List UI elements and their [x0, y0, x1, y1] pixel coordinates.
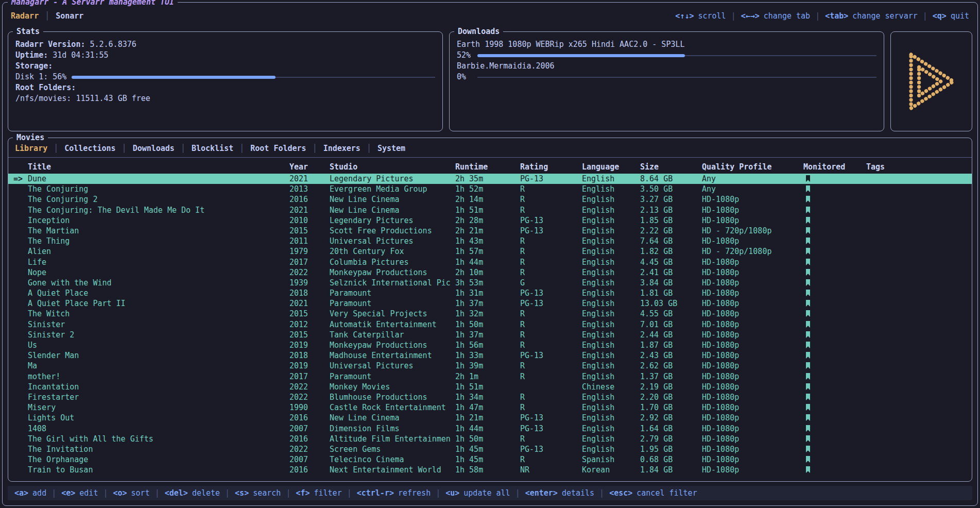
movie-row[interactable]: Life 2017 Columbia Pictures 1h 44m R Eng…	[8, 257, 972, 267]
movie-size: 2.92 GB	[640, 413, 702, 423]
movie-year: 2019	[289, 340, 330, 350]
movie-studio: Next Entertainment World	[330, 465, 455, 475]
movie-row[interactable]: The Orphanage 2007 Telecinco Cinema 1h 4…	[8, 454, 972, 465]
movie-row[interactable]: Lights Out 2016 New Line Cinema 1h 21m P…	[8, 413, 972, 423]
movie-row[interactable]: Slender Man 2018 Madhouse Entertainment …	[8, 350, 972, 361]
movie-rating: R	[520, 340, 582, 350]
movie-row[interactable]: Alien 1979 20th Century Fox 1h 57m R Eng…	[8, 246, 972, 257]
movie-language: English	[582, 257, 640, 267]
movie-studio: Universal Pictures	[330, 361, 455, 371]
movie-row[interactable]: A Quiet Place 2018 Paramount 1h 31m PG-1…	[8, 288, 972, 298]
column-header: Rating	[520, 160, 582, 174]
monitored-cell	[803, 174, 866, 184]
servarr-tab[interactable]: Radarr	[11, 11, 39, 21]
movie-language: English	[582, 434, 640, 444]
movie-row[interactable]: Gone with the Wind 1939 Selznick Interna…	[8, 278, 972, 288]
movie-language: English	[582, 215, 640, 226]
download-name: Earth 1998 1080p WEBRip x265 Hindi AAC2.…	[457, 39, 876, 50]
movie-row[interactable]: The Conjuring: The Devil Made Me Do It 2…	[8, 205, 972, 215]
download-progress-gauge	[477, 50, 876, 61]
movie-row[interactable]: Sinister 2012 Automatik Entertainment 1h…	[8, 319, 972, 330]
movie-row[interactable]: Misery 1990 Castle Rock Entertainment 1h…	[8, 402, 972, 413]
monitored-cell	[803, 454, 866, 465]
movie-rating: PG-13	[520, 174, 582, 184]
movie-row[interactable]: The Conjuring 2 2016 New Line Cinema 2h …	[8, 194, 972, 205]
movie-year: 2015	[289, 226, 330, 236]
movie-row[interactable]: Us 2019 Monkeypaw Productions 1h 56m R E…	[8, 340, 972, 350]
movie-row[interactable]: Ma 2019 Universal Pictures 1h 39m R Engl…	[8, 361, 972, 371]
bookmark-icon	[805, 435, 811, 442]
movies-tab[interactable]: Blocklist	[175, 144, 233, 153]
movie-row[interactable]: The Girl with All the Gifts 2016 Altitud…	[8, 434, 972, 444]
movie-row[interactable]: Firestarter 2022 Blumhouse Productions 1…	[8, 392, 972, 402]
movies-tab[interactable]: Library	[15, 144, 47, 153]
movie-size: 2.62 GB	[640, 361, 702, 371]
movie-row[interactable]: The Thing 2011 Universal Pictures 1h 43m…	[8, 236, 972, 246]
movie-row[interactable]: 1408 2007 Dimension Films 1h 44m PG-13 E…	[8, 424, 972, 434]
monitored-cell	[803, 330, 866, 340]
movie-language: English	[582, 174, 640, 184]
movie-rating: R	[520, 454, 582, 465]
movie-title: Dune	[28, 174, 289, 184]
table-header: TitleYearStudioRuntimeRatingLanguageSize…	[8, 160, 972, 174]
bookmark-icon	[805, 248, 811, 255]
keybind-key: <del>	[165, 488, 188, 498]
app-title: Managarr - A Servarr management TUI	[8, 0, 178, 7]
movie-row[interactable]: The Conjuring 2013 Evergreen Media Group…	[8, 184, 972, 194]
movie-row[interactable]: Sinister 2 2015 Tank Caterpillar 1h 37m …	[8, 330, 972, 340]
movie-row[interactable]: The Martian 2015 Scott Free Productions …	[8, 226, 972, 236]
movie-language: English	[582, 226, 640, 236]
movie-row[interactable]: Incantation 2022 Monkey Movies 1h 51m Ch…	[8, 382, 972, 392]
movie-rating: PG-13	[520, 350, 582, 361]
movie-row[interactable]: A Quiet Place Part II 2021 Paramount 1h …	[8, 298, 972, 309]
bookmark-icon	[805, 362, 811, 369]
movies-tab[interactable]: Indexers	[306, 144, 360, 153]
download-item: Earth 1998 1080p WEBRip x265 Hindi AAC2.…	[457, 39, 876, 61]
column-header: Runtime	[455, 160, 520, 174]
movie-quality-profile: HD-1080p	[702, 434, 803, 444]
movie-language: English	[582, 444, 640, 454]
movie-language: English	[582, 288, 640, 298]
movie-runtime: 1h 44m	[455, 424, 520, 434]
movie-runtime: 2h 35m	[455, 174, 520, 184]
movie-title: Slender Man	[28, 350, 289, 361]
movie-size: 2.13 GB	[640, 205, 702, 215]
movie-row[interactable]: Nope 2022 Monkeypaw Productions 2h 10m R…	[8, 267, 972, 278]
servarr-tab[interactable]: Sonarr	[39, 11, 83, 21]
movie-year: 2019	[289, 361, 330, 371]
column-header: Language	[582, 160, 640, 174]
bookmark-icon	[805, 394, 811, 400]
movie-row[interactable]: The Invitation 2022 Screen Gems 1h 45m P…	[8, 444, 972, 454]
movie-title: Firestarter	[28, 392, 289, 402]
disk-usage-label: Disk 1: 56%	[15, 72, 66, 82]
movie-year: 2018	[289, 288, 330, 298]
movie-year: 2011	[289, 236, 330, 246]
keybind-label: change tab	[764, 11, 810, 21]
movie-quality-profile: Any	[702, 174, 803, 184]
movie-language: English	[582, 330, 640, 340]
monitored-cell	[803, 309, 866, 319]
movie-language: English	[582, 267, 640, 278]
stats-panel: Stats Radarr Version:5.2.6.8376 Uptime:3…	[8, 31, 443, 131]
movie-year: 2022	[289, 267, 330, 278]
movies-tab[interactable]: System	[360, 144, 405, 153]
movies-tab[interactable]: Collections	[47, 144, 115, 153]
movie-studio: Madhouse Entertainment	[330, 350, 455, 361]
monitored-cell	[803, 465, 866, 475]
movies-tab[interactable]: Downloads	[116, 144, 175, 153]
movie-row[interactable]: Inception 2010 Legendary Pictures 2h 28m…	[8, 215, 972, 226]
bookmark-icon	[805, 259, 811, 265]
keybind-label: edit	[79, 488, 98, 498]
download-progress-gauge	[477, 72, 876, 82]
movie-studio: Altitude Film Entertainmen	[330, 434, 455, 444]
movie-language: English	[582, 194, 640, 205]
monitored-cell	[803, 444, 866, 454]
movie-row[interactable]: => Dune 2021 Legendary Pictures 2h 35m P…	[8, 174, 972, 184]
movie-runtime: 1h 51m	[455, 382, 520, 392]
movies-tab[interactable]: Root Folders	[233, 144, 306, 153]
movie-row[interactable]: mother! 2017 Paramount 2h 1m R English 1…	[8, 371, 972, 382]
movie-size: 1.81 GB	[640, 288, 702, 298]
movie-size: 1.82 GB	[640, 246, 702, 257]
movie-row[interactable]: Train to Busan 2016 Next Entertainment W…	[8, 465, 972, 475]
movie-row[interactable]: The Witch 2015 Very Special Projects 1h …	[8, 309, 972, 319]
